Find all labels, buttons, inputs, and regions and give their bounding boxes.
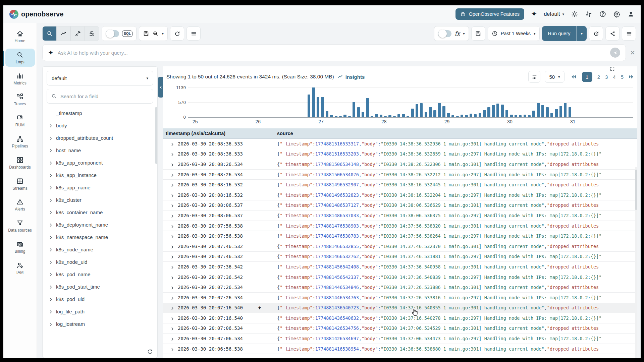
field-item-k8s_cluster[interactable]: k8s_cluster [47,194,153,206]
histogram-bar[interactable] [321,97,324,117]
results-scrollbar[interactable] [635,167,637,358]
table-row[interactable]: 2026-03-30 20:07:16.540{"_timestamp":177… [163,313,637,323]
expand-row-icon[interactable] [170,173,174,177]
histogram-bar[interactable] [384,116,387,117]
expand-row-icon[interactable] [170,193,174,197]
histogram-bar[interactable] [483,110,486,117]
table-row[interactable]: 2026-03-30 20:08:36.533{"_timestamp":177… [163,149,637,160]
histogram-bar[interactable] [510,115,513,117]
wrap-lines-button[interactable] [528,71,540,83]
field-item-k8s_pod_uid[interactable]: k8s_pod_uid [47,293,153,305]
table-row[interactable]: 2026-03-30 20:08:06.537{"_timestamp":177… [163,200,637,211]
chevron-down-icon[interactable]: ▾ [463,32,465,36]
table-row[interactable]: 2026-03-30 20:07:46.532{"_timestamp":177… [163,252,637,262]
histogram-bar[interactable] [559,106,562,117]
sidebar-item-traces[interactable]: Traces [5,90,35,109]
ai-close-icon[interactable]: ✕ [629,49,636,57]
table-row[interactable]: 2026-03-30 20:07:06.534{"_timestamp":177… [163,323,637,334]
expand-row-icon[interactable] [170,347,174,351]
histogram-bar[interactable] [487,107,490,117]
run-query-button[interactable]: Run query ▾ [542,26,587,41]
expand-row-icon[interactable] [170,203,174,207]
previous-page-button[interactable] [571,74,577,79]
expand-row-icon[interactable] [170,214,174,218]
expand-row-icon[interactable] [170,326,174,330]
histogram-bar[interactable] [569,107,571,117]
histogram-bar[interactable] [380,115,382,117]
histogram-bar[interactable] [451,115,454,117]
histogram-bar[interactable] [433,110,436,117]
histogram-bar[interactable] [456,116,459,117]
field-item-k8s_node_uid[interactable]: k8s_node_uid [47,256,153,268]
sidebar-item-logs[interactable]: Logs [5,49,35,67]
histogram-bar[interactable] [541,105,544,117]
histogram-plot[interactable]: 1139570025262728293031 [188,87,633,118]
sidebar-item-pipelines[interactable]: Pipelines [5,133,35,151]
refresh-interval-button[interactable] [589,26,603,41]
insights-link[interactable]: Insights [337,74,365,80]
save-search-icon[interactable] [143,31,149,37]
histogram-bar[interactable] [564,103,567,117]
expand-row-icon[interactable] [170,224,174,228]
fields-scrollbar[interactable] [155,107,157,164]
table-row[interactable]: 2026-03-30 20:07:06.534{"_timestamp":177… [163,334,637,344]
sidebar-item-streams[interactable]: Streams [5,175,35,193]
table-row[interactable]: 2026-03-30 20:07:16.540✦{"_timestamp":17… [163,303,637,313]
next-page-button[interactable] [628,74,634,79]
histogram-bar[interactable] [479,113,481,117]
field-item-k8s_app_component[interactable]: k8s_app_component [47,157,153,169]
sidebar-item-metrics[interactable]: Metrics [5,70,35,88]
sidebar-item-data-sources[interactable]: Data sources [5,217,35,235]
histogram-bar[interactable] [308,95,310,117]
expand-row-icon[interactable] [170,183,174,187]
histogram-bar[interactable] [447,113,450,117]
more-menu-button[interactable] [622,26,636,41]
expand-row-icon[interactable] [170,254,174,258]
histogram-bar[interactable] [429,107,432,117]
histogram-bar[interactable] [416,104,418,117]
ai-sparkle-icon[interactable]: ✦ [531,10,537,18]
interesting-fields-button[interactable] [85,26,99,41]
field-item-k8s_node_name[interactable]: k8s_node_name [47,243,153,256]
slack-icon[interactable] [585,10,592,18]
page-button-5[interactable]: 5 [621,74,624,80]
histogram-bar[interactable] [470,114,472,117]
field-item-k8s_container_name[interactable]: k8s_container_name [47,206,153,219]
timestamp-column-header[interactable]: timestamp (Asia/Calcutta) [163,131,277,136]
field-item-dropped_attributes_count[interactable]: dropped_attributes_count [47,132,153,144]
table-row[interactable]: 2026-03-30 20:07:36.542{"_timestamp":177… [163,262,637,272]
openobserve-features-button[interactable]: OpenObserve Features [455,8,524,20]
expand-row-icon[interactable] [170,296,174,300]
settings-gear-icon[interactable] [613,10,621,18]
sidebar-item-rum[interactable]: RUM [5,112,35,130]
share-link-button[interactable] [605,26,620,41]
table-row[interactable]: 2026-03-30 20:08:26.534{"_timestamp":177… [163,159,637,170]
field-item-k8s_pod_name[interactable]: k8s_pod_name [47,268,153,281]
page-button-2[interactable]: 2 [597,74,600,80]
help-icon[interactable] [599,10,606,18]
histogram-bar[interactable] [407,116,409,117]
field-item-body[interactable]: body [47,119,153,132]
page-button-3[interactable]: 3 [605,74,608,80]
ai-query-input[interactable] [58,50,606,56]
histogram-bar[interactable] [425,112,427,117]
histogram-bar[interactable] [326,111,328,117]
histogram-bar[interactable] [438,103,441,117]
sidebar-item-iam[interactable]: IAM [5,259,35,277]
histogram-bar[interactable] [317,97,319,117]
histogram-bar[interactable] [348,116,351,117]
histogram-bar[interactable] [357,107,360,117]
reset-filters-button[interactable] [170,26,184,41]
expand-row-icon[interactable] [170,316,174,320]
sidebar-item-home[interactable]: Home [5,27,35,46]
histogram-bar[interactable] [496,104,499,117]
table-row[interactable]: 2026-03-30 20:07:46.532{"_timestamp":177… [163,241,637,252]
table-row[interactable]: 2026-03-30 20:08:06.537{"_timestamp":177… [163,210,637,221]
histogram-bar[interactable] [465,115,468,117]
ai-send-button[interactable] [610,48,620,58]
source-column-header[interactable]: source [277,131,637,136]
histogram-bar[interactable] [312,87,315,117]
table-row[interactable]: 2026-03-30 20:07:26.534{"_timestamp":177… [163,293,637,303]
theme-toggle-icon[interactable] [571,10,578,18]
field-item-log_iostream[interactable]: log_iostream [47,318,153,330]
